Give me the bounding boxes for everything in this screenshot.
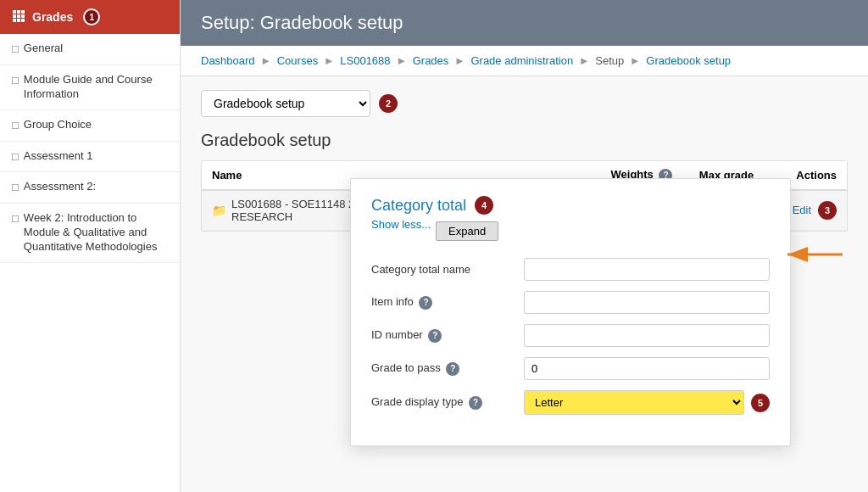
- sidebar-item-label: Group Choice: [24, 118, 92, 132]
- sidebar-item-assessment2[interactable]: □ Assessment 2:: [0, 172, 180, 204]
- breadcrumb-grades[interactable]: Grades: [413, 54, 449, 67]
- breadcrumb-courses[interactable]: Courses: [277, 54, 318, 67]
- item-info-help[interactable]: ?: [419, 296, 432, 310]
- arrow-annotation: [779, 238, 847, 274]
- id-number-help[interactable]: ?: [428, 329, 442, 343]
- category-total-panel: Category total 4 Show less... Expand Cat…: [350, 178, 791, 446]
- page-title: Setup: Gradebook setup: [201, 12, 848, 34]
- breadcrumb-sep: ►: [324, 54, 335, 67]
- document-icon: □: [12, 150, 19, 165]
- form-row-item-info: Item info ?: [371, 291, 770, 314]
- sidebar-header[interactable]: Grades 1: [0, 0, 180, 34]
- svg-rect-7: [17, 19, 20, 22]
- show-less-row: Show less... Expand: [371, 218, 770, 244]
- grade-to-pass-input[interactable]: [524, 357, 770, 380]
- main-content: Setup: Gradebook setup Dashboard ► Cours…: [181, 0, 868, 492]
- breadcrumb-dashboard[interactable]: Dashboard: [201, 54, 255, 67]
- item-info-input[interactable]: [524, 291, 770, 314]
- form-row-cat-name: Category total name: [371, 258, 770, 281]
- grade-to-pass-label: Grade to pass ?: [371, 361, 524, 376]
- cat-name-label: Category total name: [371, 263, 524, 276]
- svg-rect-6: [13, 19, 16, 22]
- form-row-id-number: ID number ?: [371, 324, 770, 347]
- cat-total-badge: 4: [475, 196, 493, 215]
- document-icon: □: [12, 74, 19, 88]
- breadcrumb: Dashboard ► Courses ► LS001688 ► Grades …: [181, 46, 868, 76]
- grade-to-pass-help[interactable]: ?: [446, 362, 459, 376]
- id-number-label: ID number ?: [371, 328, 524, 343]
- sidebar-item-general[interactable]: □ General: [0, 34, 180, 65]
- item-info-label: Item info ?: [371, 295, 524, 310]
- sidebar-item-label: Module Guide and Course Information: [24, 73, 168, 102]
- sidebar-item-label: Week 2: Introduction to Module & Qualita…: [24, 211, 168, 254]
- id-number-input[interactable]: [524, 324, 770, 347]
- edit-link[interactable]: Edit: [793, 204, 811, 216]
- svg-rect-5: [21, 14, 25, 18]
- breadcrumb-sep: ►: [579, 54, 590, 67]
- section-title: Gradebook setup: [201, 131, 848, 150]
- page-header: Setup: Gradebook setup: [181, 0, 868, 46]
- breadcrumb-setup: Setup: [595, 54, 624, 67]
- document-icon: □: [12, 42, 19, 57]
- svg-rect-4: [17, 14, 20, 18]
- cat-total-title: Category total: [371, 197, 466, 215]
- expand-button[interactable]: Expand: [436, 221, 498, 241]
- breadcrumb-gradebook-setup[interactable]: Gradebook setup: [646, 54, 731, 67]
- show-less-link[interactable]: Show less...: [371, 218, 431, 231]
- breadcrumb-sep: ►: [260, 54, 271, 67]
- sidebar-header-label: Grades: [32, 10, 73, 24]
- sidebar-badge: 1: [83, 8, 100, 25]
- form-row-grade-display: Grade display type ? Default (Letter) Le…: [371, 390, 770, 415]
- grade-display-label: Grade display type ?: [371, 395, 524, 410]
- svg-rect-3: [13, 14, 16, 18]
- sidebar-item-assessment1[interactable]: □ Assessment 1: [0, 142, 180, 173]
- document-icon: □: [12, 181, 19, 195]
- breadcrumb-ls001688[interactable]: LS001688: [340, 54, 390, 67]
- grade-display-help[interactable]: ?: [469, 396, 482, 410]
- breadcrumb-grade-admin[interactable]: Grade administration: [470, 54, 573, 67]
- gradebook-setup-select[interactable]: Gradebook setup Categories and items Sca…: [201, 90, 370, 117]
- sidebar-item-label: General: [24, 42, 63, 56]
- svg-rect-8: [21, 19, 25, 22]
- sidebar-item-week2[interactable]: □ Week 2: Introduction to Module & Quali…: [0, 204, 180, 263]
- svg-rect-0: [13, 10, 16, 14]
- sidebar-item-group-choice[interactable]: □ Group Choice: [0, 110, 180, 142]
- select-row: Gradebook setup Categories and items Sca…: [201, 90, 848, 117]
- sidebar: Grades 1 □ General □ Module Guide and Co…: [0, 0, 181, 492]
- breadcrumb-sep: ►: [454, 54, 465, 67]
- document-icon: □: [12, 119, 19, 133]
- badge5: 5: [751, 394, 770, 412]
- grade-display-select[interactable]: Default (Letter) Letter Percentage Real: [524, 390, 744, 415]
- select-badge: 2: [379, 94, 398, 113]
- breadcrumb-sep: ►: [630, 54, 641, 67]
- document-icon: □: [12, 212, 19, 226]
- breadcrumb-sep: ►: [396, 54, 407, 67]
- svg-rect-2: [21, 10, 25, 14]
- edit-badge: 3: [818, 201, 837, 220]
- grid-icon: [12, 9, 25, 25]
- svg-rect-1: [17, 10, 20, 14]
- cat-name-input[interactable]: [524, 258, 770, 281]
- folder-icon: 📁: [212, 204, 226, 217]
- cat-total-header: Category total 4: [371, 196, 770, 215]
- sidebar-item-label: Assessment 2:: [24, 180, 96, 194]
- sidebar-item-module-guide[interactable]: □ Module Guide and Course Information: [0, 65, 180, 110]
- sidebar-item-label: Assessment 1: [24, 149, 93, 164]
- form-row-grade-to-pass: Grade to pass ?: [371, 357, 770, 380]
